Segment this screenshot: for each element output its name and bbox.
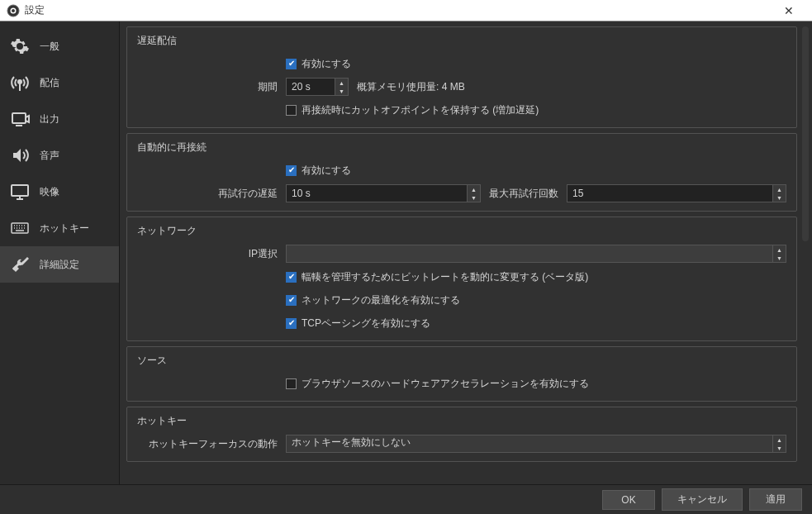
- period-spin[interactable]: ▲▼: [286, 78, 349, 96]
- sidebar-item-label: 配信: [40, 76, 59, 90]
- section-title: ソース: [137, 354, 786, 368]
- section-reconnect: 自動的に再接続 ✔ 有効にする 再試行の遅延 ▲▼ 最大再試行回: [126, 133, 797, 212]
- period-input[interactable]: [286, 78, 335, 96]
- spin-up-icon[interactable]: ▲: [335, 79, 348, 87]
- sidebar-item-general[interactable]: 一般: [0, 28, 119, 64]
- cancel-button[interactable]: キャンセル: [662, 488, 743, 511]
- spin-down-icon[interactable]: ▼: [773, 254, 786, 262]
- svg-point-2: [12, 9, 15, 12]
- hotkey-focus-value: ホットキーを無効にしない: [286, 435, 773, 453]
- check-icon: [286, 378, 297, 389]
- section-delay: 遅延配信 ✔ 有効にする 期間 ▲▼ 概算メモリ使用量: 4 M: [126, 26, 797, 128]
- period-label: 期間: [137, 80, 286, 94]
- svg-point-3: [18, 80, 21, 83]
- check-icon: ✔: [286, 272, 297, 283]
- spin-up-icon[interactable]: ▲: [468, 185, 480, 193]
- footer: OK キャンセル 適用: [0, 484, 812, 514]
- retry-delay-input[interactable]: [286, 184, 468, 202]
- spin-down-icon[interactable]: ▼: [773, 444, 786, 452]
- network-optimize-checkbox[interactable]: ✔ ネットワークの最適化を有効にする: [286, 293, 460, 307]
- close-button[interactable]: ✕: [772, 0, 805, 21]
- check-icon: ✔: [286, 295, 297, 306]
- antenna-icon: [8, 71, 31, 94]
- check-icon: [286, 105, 297, 116]
- dynamic-bitrate-checkbox[interactable]: ✔ 輻輳を管理するためにビットレートを動的に変更する (ベータ版): [286, 270, 588, 284]
- ip-label: IP選択: [137, 247, 286, 261]
- gear-icon: [8, 35, 31, 58]
- sidebar-item-label: 映像: [40, 185, 59, 199]
- preserve-cutoff-checkbox[interactable]: 再接続時にカットオフポイントを保持する (増加遅延): [286, 103, 539, 117]
- ip-select[interactable]: ▲▼: [286, 245, 786, 263]
- check-icon: ✔: [286, 165, 297, 176]
- hotkey-focus-label: ホットキーフォーカスの動作: [137, 437, 286, 451]
- delay-enable-checkbox[interactable]: ✔ 有効にする: [286, 57, 351, 71]
- keyboard-icon: [8, 217, 31, 240]
- sidebar-item-audio[interactable]: 音声: [0, 137, 119, 174]
- section-title: 遅延配信: [137, 34, 786, 48]
- output-icon: [8, 107, 31, 131]
- sidebar-item-video[interactable]: 映像: [0, 174, 119, 210]
- section-title: ホットキー: [137, 414, 786, 428]
- max-retry-label: 最大再試行回数: [489, 187, 558, 201]
- sidebar-item-stream[interactable]: 配信: [0, 64, 119, 101]
- content-area: 遅延配信 ✔ 有効にする 期間 ▲▼ 概算メモリ使用量: 4 M: [120, 21, 812, 484]
- sidebar-item-label: ホットキー: [40, 221, 89, 236]
- spin-up-icon[interactable]: ▲: [773, 435, 786, 444]
- tcp-pacing-checkbox[interactable]: ✔ TCPペーシングを有効にする: [286, 316, 430, 331]
- ip-value: [286, 245, 773, 263]
- sidebar-item-label: 一般: [40, 40, 59, 54]
- section-title: 自動的に再接続: [137, 140, 786, 155]
- spin-up-icon[interactable]: ▲: [773, 185, 786, 193]
- sidebar-item-advanced[interactable]: 詳細設定: [0, 246, 119, 283]
- sidebar-item-output[interactable]: 出力: [0, 101, 119, 137]
- titlebar: 設定 ✕: [0, 0, 812, 21]
- speaker-icon: [8, 144, 31, 167]
- tools-icon: [8, 253, 31, 276]
- ok-button[interactable]: OK: [602, 490, 655, 510]
- sidebar: 一般 配信 出力 音声 映像 ホットキー 詳細設定: [0, 21, 120, 484]
- retry-delay-label: 再試行の遅延: [137, 187, 286, 201]
- scrollbar[interactable]: [802, 26, 809, 241]
- browser-hwaccel-checkbox[interactable]: ブラウザソースのハードウェアアクセラレーションを有効にする: [286, 377, 589, 391]
- retry-delay-spin[interactable]: ▲▼: [286, 184, 481, 202]
- app-icon: [7, 4, 20, 17]
- sidebar-item-label: 詳細設定: [40, 258, 79, 272]
- section-hotkey: ホットキー ホットキーフォーカスの動作 ホットキーを無効にしない ▲▼: [126, 407, 797, 462]
- spin-up-icon[interactable]: ▲: [773, 245, 786, 254]
- hotkey-focus-select[interactable]: ホットキーを無効にしない ▲▼: [286, 435, 786, 453]
- section-source: ソース ブラウザソースのハードウェアアクセラレーションを有効にする: [126, 346, 797, 402]
- sidebar-item-label: 音声: [40, 149, 59, 163]
- spin-down-icon[interactable]: ▼: [335, 87, 348, 95]
- check-icon: ✔: [286, 59, 297, 69]
- max-retry-spin[interactable]: ▲▼: [567, 184, 786, 202]
- section-network: ネットワーク IP選択 ▲▼ ✔ 輻輳を管理するためにビットレートを動的に変更す…: [126, 217, 797, 341]
- sidebar-item-hotkeys[interactable]: ホットキー: [0, 210, 119, 246]
- monitor-icon: [8, 180, 31, 203]
- sidebar-item-label: 出力: [40, 112, 59, 126]
- window-title: 設定: [25, 3, 772, 17]
- memory-estimate: 概算メモリ使用量: 4 MB: [357, 80, 465, 94]
- svg-rect-5: [12, 113, 26, 123]
- check-icon: ✔: [286, 318, 297, 329]
- apply-button[interactable]: 適用: [749, 488, 802, 511]
- reconnect-enable-checkbox[interactable]: ✔ 有効にする: [286, 164, 351, 178]
- svg-rect-7: [12, 185, 28, 196]
- max-retry-input[interactable]: [567, 184, 773, 202]
- spin-down-icon[interactable]: ▼: [468, 193, 480, 202]
- spin-down-icon[interactable]: ▼: [773, 193, 786, 202]
- section-title: ネットワーク: [137, 224, 786, 238]
